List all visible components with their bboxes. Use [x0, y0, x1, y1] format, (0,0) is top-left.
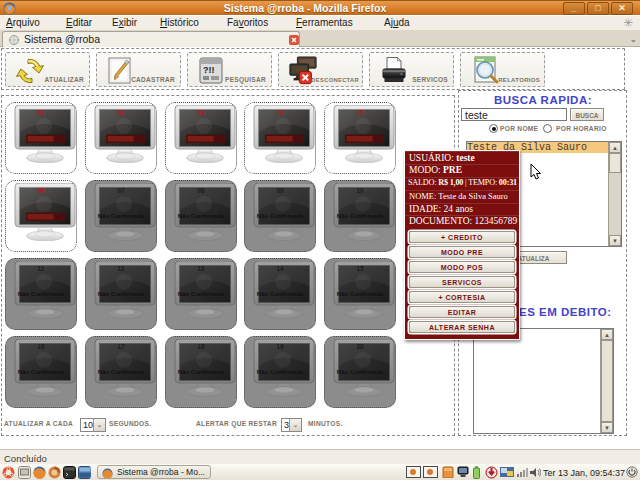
svg-text:?!!: ?!! — [203, 65, 215, 75]
